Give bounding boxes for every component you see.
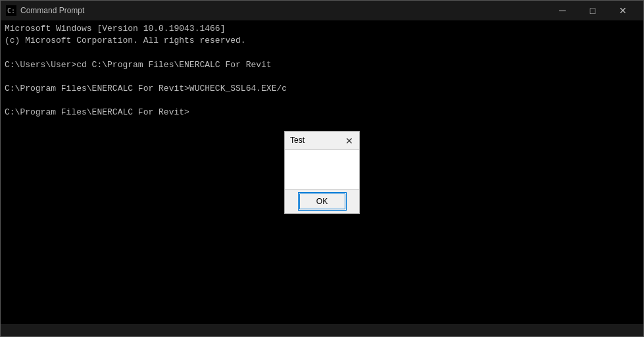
window-title: Command Prompt: [20, 6, 547, 15]
terminal-line: [5, 47, 639, 59]
dialog-titlebar: Test ✕: [285, 132, 359, 150]
terminal-line: C:\Program Files\ENERCALC For Revit>: [5, 107, 639, 118]
terminal-line: Microsoft Windows [Version 10.0.19043.14…: [5, 23, 639, 35]
dialog-title: Test: [290, 135, 305, 146]
terminal-line: [5, 71, 639, 83]
dialog-content: [285, 150, 359, 190]
status-bar: [1, 324, 643, 336]
minimize-button[interactable]: ─: [547, 1, 578, 20]
test-dialog: Test ✕ OK: [284, 131, 360, 214]
terminal-line: C:\Program Files\ENERCALC For Revit>WUCH…: [5, 83, 639, 95]
terminal-line: C:\Users\User>cd C:\Program Files\ENERCA…: [5, 59, 639, 71]
svg-text:C:: C:: [7, 7, 15, 14]
dialog-close-button[interactable]: ✕: [343, 135, 355, 147]
close-button[interactable]: ✕: [608, 1, 638, 20]
terminal-output: Microsoft Windows [Version 10.0.19043.14…: [5, 23, 639, 119]
dialog-ok-button[interactable]: OK: [299, 194, 345, 209]
terminal-body[interactable]: Microsoft Windows [Version 10.0.19043.14…: [1, 20, 643, 324]
terminal-line: (c) Microsoft Corporation. All rights re…: [5, 35, 639, 47]
cmd-window: C: Command Prompt ─ □ ✕ Microsoft Window…: [0, 0, 644, 337]
dialog-footer: OK: [285, 190, 359, 213]
maximize-button[interactable]: □: [578, 1, 608, 20]
cmd-icon: C:: [6, 5, 16, 16]
terminal-line: [5, 95, 639, 107]
window-controls: ─ □ ✕: [547, 1, 638, 20]
title-bar: C: Command Prompt ─ □ ✕: [1, 1, 643, 20]
